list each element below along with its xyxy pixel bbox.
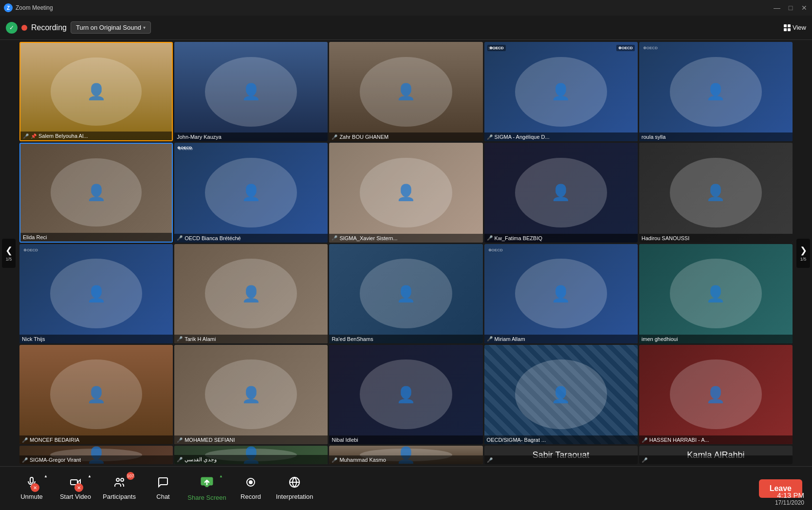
video-cell-21[interactable]: 👤 🎤 SIGMA-Gregor Virant — [19, 446, 173, 464]
video-cell-12[interactable]: 👤 🎤 Tarik H Alami — [174, 244, 328, 343]
pin-icon-1: 📌 — [31, 133, 37, 139]
titlebar-controls: — □ ✕ — [773, 4, 808, 12]
video-cell-23[interactable]: 👤 🎤 Muhammad Kasmo — [329, 446, 482, 464]
name-label-11: Nick Thijs — [22, 336, 45, 342]
mute-icon-25: 🎤 — [642, 457, 647, 463]
mute-icon-16: 🎤 — [22, 437, 28, 443]
microphone-icon: ✕ — [26, 476, 37, 491]
video-cell-20[interactable]: 👤 🎤 HASSEN HARRABI - A... — [639, 345, 793, 444]
unmute-button[interactable]: ✕ ▲ Unmute — [10, 469, 54, 508]
avatar-9: 👤 — [515, 158, 607, 227]
avatar-6: 👤 — [51, 158, 142, 227]
video-cell-13[interactable]: 👤 Ra'ed BenShams — [329, 244, 482, 343]
mute-icon-20: 🎤 — [642, 437, 647, 443]
share-screen-caret-icon[interactable]: ▲ — [219, 474, 223, 478]
name-label-6: Elida Reci — [23, 234, 47, 240]
name-label-4: SIGMA - Angélique D... — [495, 134, 550, 140]
participant-name-19: OECD/SIGMA- Bagrat ... — [484, 435, 638, 444]
svg-point-11 — [249, 481, 252, 484]
avatar-7: 👤 — [205, 158, 297, 227]
video-cell-17[interactable]: 👤 🎤 MOHAMED SEFIANI — [174, 345, 328, 444]
chat-button[interactable]: Chat — [141, 469, 185, 508]
avatar-13: 👤 — [360, 259, 452, 328]
video-cell-2[interactable]: 👤 John-Mary Kauzya — [174, 42, 328, 141]
participant-video-3: 👤 — [329, 42, 482, 141]
video-cell-15[interactable]: 👤 imen ghedhioui — [639, 244, 793, 343]
participant-video-16: 👤 — [19, 345, 173, 444]
participant-video-6: 👤 — [20, 144, 172, 241]
video-cell-16[interactable]: 👤 🎤 MONCEF BEDAIRIA — [19, 345, 173, 444]
participants-label: Participants — [103, 493, 136, 500]
maximize-button[interactable]: □ — [787, 4, 794, 12]
name-label-8: SIGMA_Xavier Sistern... — [339, 235, 397, 241]
topbar: ✓ Recording Turn on Original Sound ▾ Vie… — [0, 16, 812, 40]
video-cell-19[interactable]: 👤 OECD/SIGMA- Bagrat ... — [484, 345, 638, 444]
share-screen-icon — [200, 475, 214, 492]
video-cell-6[interactable]: 👤 Elida Reci — [19, 143, 173, 242]
video-cell-8[interactable]: 👤 🎤 SIGMA_Xavier Sistern... — [329, 143, 482, 242]
recording-indicator — [21, 25, 27, 31]
participant-name-15: imen ghedhioui — [639, 335, 793, 343]
video-cell-4[interactable]: ⊕OECD ⊕OECD 👤 🎤 SIGMA - Angélique D... — [484, 42, 638, 141]
name-label-3: Zahr BOU GHANEM — [339, 134, 388, 140]
video-cell-25[interactable]: Kamla AlRahbi 🎤 — [639, 446, 793, 464]
participant-name-6: Elida Reci — [20, 233, 172, 242]
name-label-2: John-Mary Kauzya — [177, 134, 221, 140]
participants-button[interactable]: ▲ 107 Participants — [97, 469, 141, 508]
participant-video-13: 👤 — [329, 244, 482, 343]
participant-name-10: Hadirou SANOUSSI — [639, 234, 793, 243]
chat-icon — [157, 476, 169, 491]
name-label-21: SIGMA-Gregor Virant — [30, 457, 81, 463]
video-cell-7[interactable]: ⊕OECD 👤 🎤 OECD Bianca Brétéché — [174, 143, 328, 242]
avatar-10: 👤 — [670, 158, 762, 227]
avatar-12: 👤 — [205, 259, 297, 328]
mute-icon-17: 🎤 — [177, 437, 183, 443]
original-sound-button[interactable]: Turn on Original Sound ▾ — [71, 21, 151, 34]
participant-video-12: 👤 — [174, 244, 328, 343]
name-label-13: Ra'ed BenShams — [332, 336, 373, 342]
minimize-button[interactable]: — — [773, 4, 781, 12]
share-screen-button[interactable]: ▲ Share Screen — [185, 469, 229, 508]
next-page-button[interactable]: ❯ 1/5 — [796, 239, 810, 268]
zoom-icon: Z — [4, 3, 13, 12]
avatar-14: 👤 — [515, 259, 607, 328]
video-cell-11[interactable]: 👤 Nick Thijs — [19, 244, 173, 343]
dropdown-arrow-icon: ▾ — [143, 25, 146, 30]
video-cell-5[interactable]: 👤 roula sylla — [639, 42, 793, 141]
participant-name-2: John-Mary Kauzya — [174, 132, 328, 141]
video-cell-1[interactable]: 👤 🎤 📌 Salem Belyouha Al... — [19, 42, 173, 141]
clock-time: 4:13 PM — [775, 491, 804, 499]
video-cell-14[interactable]: 👤 🎤 Miriam Allam — [484, 244, 638, 343]
record-button[interactable]: Record — [229, 469, 273, 508]
participant-video-10: 👤 — [639, 143, 793, 242]
interpretation-button[interactable]: Interpretation — [273, 469, 316, 508]
avatar-2: 👤 — [205, 57, 297, 127]
participant-name-16: 🎤 MONCEF BEDAIRIA — [19, 435, 173, 444]
previous-page-button[interactable]: ❮ 1/5 — [2, 239, 16, 268]
participant-name-7: 🎤 OECD Bianca Brétéché — [174, 234, 328, 243]
video-caret-icon[interactable]: ▲ — [88, 474, 92, 478]
close-button[interactable]: ✕ — [800, 4, 808, 12]
avatar-8: 👤 — [360, 158, 452, 227]
name-label-10: Hadirou SANOUSSI — [642, 235, 689, 241]
participant-video-2: 👤 — [174, 42, 328, 141]
avatar-1: 👤 — [51, 57, 142, 126]
name-label-18: Nibal Idlebi — [332, 437, 358, 443]
participants-badge: 107 — [127, 472, 134, 480]
video-cell-24[interactable]: Sabir Taraouat 🎤 — [484, 446, 638, 464]
mute-icon-8: 🎤 — [332, 235, 337, 241]
participant-video-17: 👤 — [174, 345, 328, 444]
name-label-9: Kw_Fatima BEZBIQ — [495, 235, 542, 241]
start-video-button[interactable]: ✕ ▲ Start Video — [54, 469, 97, 508]
avatar-3: 👤 — [360, 57, 452, 127]
unmute-caret-icon[interactable]: ▲ — [44, 474, 48, 478]
video-cell-18[interactable]: 👤 Nibal Idlebi — [329, 345, 482, 444]
view-button[interactable]: View — [784, 24, 806, 31]
video-cell-3[interactable]: 👤 🎤 Zahr BOU GHANEM — [329, 42, 482, 141]
avatar-18: 👤 — [360, 359, 452, 429]
video-cell-9[interactable]: 👤 🎤 Kw_Fatima BEZBIQ — [484, 143, 638, 242]
video-cell-10[interactable]: 👤 Hadirou SANOUSSI — [639, 143, 793, 242]
participant-name-17: 🎤 MOHAMED SEFIANI — [174, 435, 328, 444]
participant-name-12: 🎤 Tarik H Alami — [174, 335, 328, 343]
video-cell-22[interactable]: 👤 🎤 وجدي القدسي — [174, 446, 328, 464]
